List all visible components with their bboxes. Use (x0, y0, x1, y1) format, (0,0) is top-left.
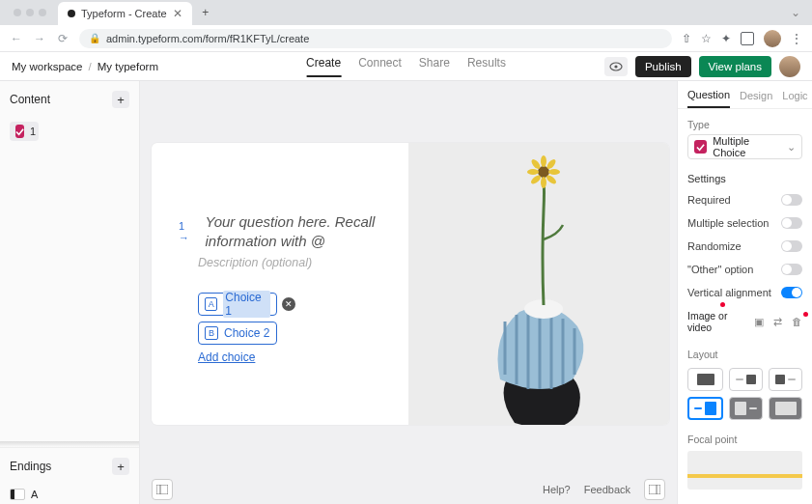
extensions-icon[interactable]: ✦ (721, 32, 731, 45)
choice-label[interactable]: Choice 2 (224, 326, 269, 340)
question-description-input[interactable]: Description (optional) (198, 256, 389, 269)
question-title-input[interactable]: Your question here. Recall information w… (205, 212, 389, 252)
share-icon[interactable]: ⇧ (682, 32, 691, 45)
choice-key-badge: B (205, 326, 218, 340)
view-plans-button[interactable]: View plans (699, 56, 771, 77)
tab-results[interactable]: Results (467, 56, 506, 77)
tab-share[interactable]: Share (419, 56, 450, 77)
layout-label: Layout (678, 339, 812, 364)
setting-multiple-label: Multiple selection (687, 217, 769, 229)
back-icon[interactable]: ← (10, 32, 23, 45)
tab-connect[interactable]: Connect (358, 56, 402, 77)
adjust-icon[interactable]: ⇄ (773, 316, 782, 327)
delete-choice-icon[interactable]: ✕ (282, 297, 295, 311)
setting-vertical-label: Vertical alignment (687, 287, 771, 298)
add-ending-button[interactable]: + (112, 458, 129, 475)
choice-key-badge: A (205, 297, 217, 311)
panel-tab-question[interactable]: Question (687, 89, 730, 108)
media-label: Image or video (687, 310, 754, 333)
panel-tab-design[interactable]: Design (740, 90, 772, 107)
content-heading: Content (10, 93, 50, 106)
feedback-link[interactable]: Feedback (584, 484, 630, 495)
toggle-multiple-selection[interactable] (781, 217, 802, 229)
add-content-button[interactable]: + (112, 91, 129, 108)
layout-option-5[interactable] (729, 397, 763, 420)
setting-other-label: "Other" option (687, 264, 753, 275)
breadcrumb-form-name[interactable]: My typeform (98, 61, 158, 72)
multiple-choice-icon (694, 140, 707, 154)
help-link[interactable]: Help? (543, 484, 571, 495)
svg-point-11 (527, 169, 539, 175)
settings-heading: Settings (678, 159, 812, 188)
question-index: 1 → (179, 212, 195, 252)
choice-option[interactable]: B Choice 2 (198, 322, 277, 345)
panel-right-icon (649, 485, 660, 494)
tab-create[interactable]: Create (306, 56, 341, 77)
close-tab-icon[interactable]: ✕ (173, 7, 182, 20)
question-number: 1 (30, 126, 36, 137)
chevron-down-icon: ⌄ (787, 141, 796, 154)
chrome-collapse-icon[interactable]: ⌄ (779, 6, 812, 19)
favicon (68, 10, 75, 17)
svg-point-7 (548, 169, 560, 175)
browser-menu-icon[interactable]: ⋮ (791, 32, 802, 45)
question-list-item[interactable]: 1 (10, 122, 39, 141)
reload-icon[interactable]: ⟳ (56, 32, 70, 45)
image-icon[interactable]: ▣ (754, 316, 764, 327)
ending-thumbnail-icon (10, 489, 25, 500)
svg-point-9 (541, 177, 546, 188)
lock-icon: 🔒 (89, 33, 100, 43)
choice-option[interactable]: A Choice 1 ✕ (198, 293, 277, 316)
focal-point-label: Focal point (678, 424, 812, 449)
layout-option-6[interactable] (769, 397, 802, 420)
toggle-sidebar-button[interactable] (152, 479, 173, 500)
publish-button[interactable]: Publish (635, 56, 691, 77)
delete-media-icon[interactable]: 🗑 (792, 316, 802, 327)
toggle-vertical-alignment[interactable] (781, 287, 802, 298)
user-avatar[interactable] (779, 56, 800, 77)
address-bar[interactable]: 🔒 admin.typeform.com/form/fR1KFTyL/creat… (79, 29, 672, 48)
toggle-required[interactable] (781, 194, 802, 206)
sidepanel-icon[interactable] (741, 32, 754, 45)
layout-option-3[interactable] (769, 368, 802, 391)
question-type-select[interactable]: Multiple Choice ⌄ (687, 134, 802, 159)
panel-icon (156, 485, 168, 494)
preview-button[interactable] (604, 57, 628, 76)
svg-point-5 (541, 155, 546, 167)
new-tab-button[interactable]: + (196, 3, 215, 22)
new-indicator-icon (720, 302, 725, 307)
toggle-other-option[interactable] (781, 264, 802, 275)
question-image[interactable] (408, 143, 669, 425)
layout-option-1[interactable] (687, 368, 723, 391)
url-text: admin.typeform.com/form/fR1KFTyL/create (106, 33, 309, 44)
focal-point-preview[interactable] (687, 451, 802, 490)
toggle-rightpanel-button[interactable] (644, 479, 665, 500)
browser-profile-avatar[interactable] (764, 30, 781, 47)
svg-rect-13 (156, 485, 168, 494)
question-card: 1 → Your question here. Recall informati… (152, 143, 669, 425)
setting-required-label: Required (687, 194, 731, 206)
tab-title: Typeform - Create (81, 8, 167, 19)
svg-point-1 (614, 65, 617, 68)
bookmark-icon[interactable]: ☆ (701, 32, 712, 45)
type-label: Type (678, 109, 812, 134)
ending-list-item[interactable]: A (0, 485, 139, 504)
panel-tab-logic[interactable]: Logic (782, 90, 807, 107)
choice-label[interactable]: Choice 1 (223, 291, 270, 318)
browser-tab[interactable]: Typeform - Create ✕ (58, 2, 192, 25)
svg-rect-15 (649, 485, 660, 494)
breadcrumb-workspace[interactable]: My workspace (12, 61, 83, 72)
forward-icon[interactable]: → (33, 32, 46, 45)
eye-icon (609, 62, 623, 71)
layout-option-4[interactable] (687, 397, 723, 420)
ending-key: A (31, 489, 38, 500)
type-value: Multiple Choice (713, 135, 781, 158)
multiple-choice-icon (15, 125, 24, 138)
endings-heading: Endings (10, 460, 51, 473)
breadcrumb: My workspace / My typeform (12, 61, 158, 72)
add-choice-link[interactable]: Add choice (198, 350, 389, 364)
toggle-randomize[interactable] (781, 240, 802, 252)
window-controls[interactable] (6, 9, 54, 16)
setting-randomize-label: Randomize (687, 240, 742, 252)
layout-option-2[interactable] (729, 368, 763, 391)
